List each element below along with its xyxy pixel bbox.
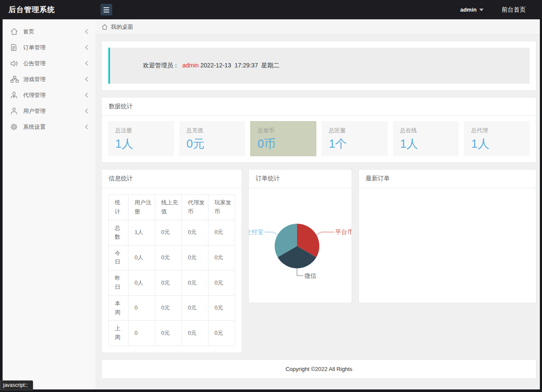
table-row: 今日 0人 0元 0元 0元 xyxy=(109,245,235,270)
pie-leader-platform-coin xyxy=(316,232,334,235)
chevron-left-icon xyxy=(85,108,89,114)
user-icon xyxy=(10,107,19,115)
table-row: 昨日 0人 0元 0元 0元 xyxy=(109,270,235,296)
speaker-icon xyxy=(10,60,19,67)
pie-leader-alipay xyxy=(265,232,278,235)
chevron-left-icon xyxy=(85,76,89,82)
chevron-down-icon xyxy=(479,9,484,11)
top-header-bar: 后台管理系统 admin 前台首页 xyxy=(0,0,542,19)
user-dropdown[interactable]: admin xyxy=(460,6,484,13)
content: 欢迎管理员： admin 2022-12-13 17:29:37 星期二 数据统… xyxy=(95,35,540,389)
breadcrumb-label: 我的桌面 xyxy=(111,23,133,31)
info-stats-table: 统计 用户注册 线上充值 代理发币 玩家发币 总数 1人 0元 xyxy=(108,194,235,346)
stat-card-total-agents[interactable]: 总代理 1人 xyxy=(464,121,530,156)
stat-card-total-servers[interactable]: 总区服 1个 xyxy=(322,121,388,156)
sidebar-toggle-button[interactable] xyxy=(101,4,112,15)
gear-icon xyxy=(10,123,19,131)
pie-label-wechat: 微信 xyxy=(304,272,316,279)
order-stats-panel: 订单统计 xyxy=(248,169,352,303)
table-row: 本周 0 0元 0元 0元 xyxy=(109,295,235,321)
main-area: 我的桌面 欢迎管理员： admin 2022-12-13 17:29:37 星期… xyxy=(95,19,540,389)
panel-title: 数据统计 xyxy=(102,97,536,116)
welcome-admin-name: admin xyxy=(182,62,199,69)
app-frame: 首页 订单管理 公告管理 游戏管理 xyxy=(3,19,540,389)
panel-title: 最新订单 xyxy=(359,170,536,188)
stat-card-total-registered[interactable]: 总注册 1人 xyxy=(108,121,174,156)
chevron-left-icon xyxy=(85,29,89,34)
latest-orders-panel: 最新订单 xyxy=(358,169,536,303)
stat-cards: 总注册 1人 总充值 0元 总发币 0币 总区服 xyxy=(102,116,536,162)
chevron-left-icon xyxy=(85,124,89,130)
hamburger-icon xyxy=(104,7,109,8)
panel-title: 订单统计 xyxy=(249,170,352,188)
agent-icon xyxy=(10,91,19,99)
pie-label-alipay: 支付宝 xyxy=(249,228,263,235)
page: 后台管理系统 admin 前台首页 首页 xyxy=(0,0,542,392)
sidebar-item-users[interactable]: 用户管理 xyxy=(3,103,95,119)
sidebar-item-games[interactable]: 游戏管理 xyxy=(3,71,95,87)
table-row: 总数 1人 0元 0元 0元 xyxy=(109,220,235,245)
sidebar-item-orders[interactable]: 订单管理 xyxy=(3,40,95,55)
document-icon xyxy=(10,44,19,52)
user-name: admin xyxy=(460,6,477,13)
app-title: 后台管理系统 xyxy=(0,5,95,15)
status-bar-tooltip: javascript:; xyxy=(0,380,33,390)
front-site-link[interactable]: 前台首页 xyxy=(502,6,526,14)
chevron-left-icon xyxy=(85,61,89,66)
stat-card-total-recharge[interactable]: 总充值 0元 xyxy=(179,121,245,156)
footer: Copyright ©2022 All Rights xyxy=(101,359,536,379)
info-stats-panel: 信息统计 统计 用户注册 线上充值 代理发币 玩家发币 xyxy=(101,169,242,353)
stat-card-total-coins[interactable]: 总发币 0币 xyxy=(250,121,316,156)
data-stats-panel: 数据统计 总注册 1人 总充值 0元 总发币 0币 xyxy=(101,97,536,163)
home-icon xyxy=(10,28,19,36)
stat-card-total-online[interactable]: 总在线 1人 xyxy=(393,121,459,156)
pie-label-platform-coin: 平台币 xyxy=(335,228,352,235)
sitemap-icon xyxy=(10,76,19,83)
home-icon xyxy=(101,24,108,30)
breadcrumb: 我的桌面 xyxy=(95,19,540,35)
welcome-message: 欢迎管理员： admin 2022-12-13 17:29:37 星期二 xyxy=(108,48,530,84)
sidebar-item-home[interactable]: 首页 xyxy=(3,24,95,40)
table-row: 上周 0 0元 0元 0元 xyxy=(109,321,235,346)
chevron-left-icon xyxy=(85,92,89,98)
sidebar-item-settings[interactable]: 系统设置 xyxy=(3,119,95,135)
sidebar-item-agents[interactable]: 代理管理 xyxy=(3,87,95,103)
chevron-left-icon xyxy=(85,45,89,50)
table-header-row: 统计 用户注册 线上充值 代理发币 玩家发币 xyxy=(109,195,235,220)
latest-orders-empty-body xyxy=(359,188,536,303)
welcome-panel: 欢迎管理员： admin 2022-12-13 17:29:37 星期二 xyxy=(101,41,536,91)
panel-title: 信息统计 xyxy=(102,170,242,188)
pie-leader-wechat xyxy=(297,268,303,276)
sidebar-item-announcements[interactable]: 公告管理 xyxy=(3,55,95,71)
sidebar: 首页 订单管理 公告管理 游戏管理 xyxy=(3,19,95,389)
order-pie-chart[interactable]: 平台币 微信 支付宝 xyxy=(249,188,352,303)
